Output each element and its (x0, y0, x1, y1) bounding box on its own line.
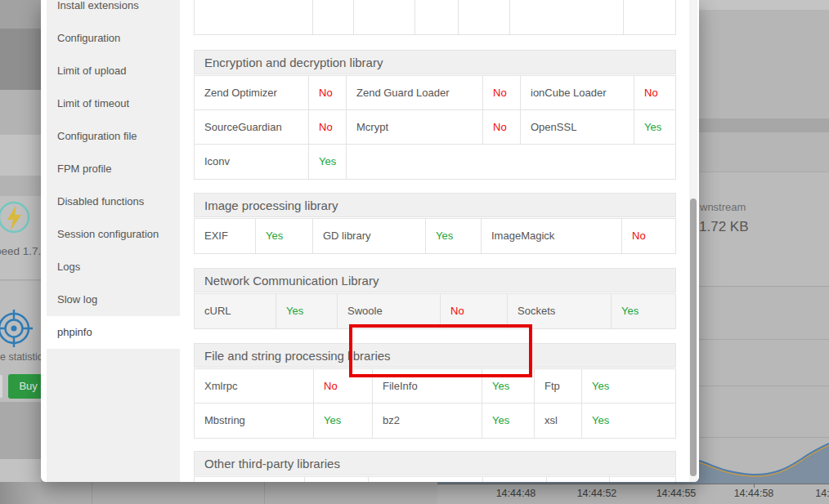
annotation-highlight-rect (349, 324, 532, 377)
lib-status-cell: Yes (426, 219, 482, 253)
lib-name-cell: EXIF (195, 219, 256, 253)
sidebar-item-install-extensions[interactable]: Install extensions (47, 0, 180, 22)
lib-name-cell: Ftp (535, 369, 582, 403)
lib-status-cell: No (483, 76, 521, 109)
lib-status-cell: No (610, 477, 675, 482)
sidebar-item-phpinfo[interactable]: phpinfo (47, 316, 180, 349)
modal-scrollbar-track[interactable] (689, 0, 697, 482)
lib-status-cell: Yes (309, 145, 347, 179)
modal-sidebar: Install extensionsConfigurationLimit of … (47, 0, 180, 482)
bg-left-block (0, 176, 41, 196)
lib-name-cell: Xmlrpc (195, 369, 314, 403)
bg-right-band (699, 118, 829, 132)
lib-name-cell: Zend Guard Loader (347, 76, 483, 109)
chart-x-tick-label: 14:44:58 (734, 488, 774, 499)
section-title: Encryption and decryption library (194, 50, 676, 74)
library-row: EXIFYesGD libraryYesImageMagickNo (195, 219, 675, 253)
lib-name-cell: yaf (547, 477, 610, 482)
php-settings-modal: Install extensionsConfigurationLimit of … (41, 0, 699, 482)
phpinfo-content: Encryption and decryption libraryZend Op… (194, 0, 676, 482)
statistics-text: e statistic (0, 351, 43, 363)
downstream-value: 1.72 KB (699, 219, 749, 235)
lib-name-cell: xDebug (195, 477, 305, 482)
lib-status-cell: Yes (256, 219, 313, 253)
sidebar-item-configuration-file[interactable]: Configuration file (47, 120, 180, 153)
lib-name-cell: xsl (535, 404, 582, 438)
lib-name-cell: phalcon (369, 477, 483, 482)
bg-left-block (0, 90, 41, 135)
lib-status-cell: Yes (276, 294, 338, 328)
sidebar-item-limit-of-timeout[interactable]: Limit of timeout (47, 87, 180, 120)
cutoff-table (194, 0, 676, 35)
lib-name-cell: ionCube Loader (521, 76, 634, 109)
lib-name-cell: Sockets (508, 294, 612, 328)
lib-status-cell: Yes (582, 369, 675, 403)
empty-cell (195, 0, 313, 34)
section-title: Other third-party libraries (194, 451, 676, 475)
library-table: xDebugNophalconNoyafNo (194, 476, 676, 482)
lib-name-cell: Swoole (338, 294, 441, 328)
lib-name-cell: bz2 (373, 404, 482, 438)
empty-cell (459, 0, 510, 34)
bg-left-block (0, 402, 41, 459)
empty-cell (354, 0, 415, 34)
chart-x-tick-label: 14:44:48 (496, 488, 536, 499)
lib-status-cell: Yes (582, 404, 675, 438)
lib-name-cell: Mcrypt (347, 110, 483, 144)
lib-status-cell: No (483, 110, 521, 144)
library-row: MbstringYesbz2YesxslYes (195, 404, 675, 438)
bg-left-block (0, 29, 41, 90)
empty-cell (415, 0, 459, 34)
library-table: EXIFYesGD libraryYesImageMagickNo (194, 218, 676, 254)
chart-x-axis (437, 484, 829, 484)
sidebar-item-session-configuration[interactable]: Session configuration (47, 218, 180, 251)
lib-name-cell: ImageMagick (482, 219, 622, 253)
bg-bottom-divider (264, 482, 265, 504)
lib-name-cell: OpenSSL (521, 110, 634, 144)
lib-name-cell: Iconv (195, 145, 309, 179)
library-row: Zend OptimizerNoZend Guard LoaderNoionCu… (195, 76, 675, 110)
library-sections: Encryption and decryption libraryZend Op… (194, 50, 676, 482)
sidebar-item-fpm-profile[interactable]: FPM profile (47, 153, 180, 185)
downstream-label: wnstream (700, 201, 746, 213)
bg-left-block (0, 135, 41, 176)
empty-cell (510, 0, 624, 34)
bg-left-block (0, 0, 41, 29)
lib-name-cell: Zend Optimizer (195, 76, 309, 109)
library-table: Zend OptimizerNoZend Guard LoaderNoionCu… (194, 75, 676, 180)
lib-status-cell: No (634, 76, 675, 109)
lib-status-cell: Yes (482, 404, 535, 438)
sidebar-item-configuration[interactable]: Configuration (47, 22, 180, 55)
lib-status-cell: No (309, 76, 347, 109)
section-title: Image processing library (194, 193, 676, 217)
lib-name-cell: cURL (195, 294, 276, 328)
sidebar-item-logs[interactable]: Logs (47, 251, 180, 283)
bg-bottom-strip (0, 482, 437, 504)
litespeed-bolt-icon (0, 200, 33, 236)
lib-status-cell: No (441, 294, 508, 328)
chart-x-tick-label: 14: (815, 488, 829, 499)
lib-name-cell: SourceGuardian (195, 110, 309, 144)
lib-status-cell: No (483, 477, 547, 482)
lib-status-cell: Yes (314, 404, 373, 438)
statistics-target-icon (0, 309, 35, 348)
library-row: IconvYes (195, 145, 675, 179)
sidebar-item-slow-log[interactable]: Slow log (47, 283, 180, 316)
secondary-button-edge[interactable] (0, 374, 3, 399)
sidebar-item-limit-of-upload[interactable]: Limit of upload (47, 55, 180, 87)
section-title: Network Communication Library (194, 268, 676, 292)
lib-name-cell: Mbstring (195, 404, 314, 438)
library-table: XmlrpcNoFileInfoYesFtpYesMbstringYesbz2Y… (194, 368, 676, 439)
lib-status-cell: No (305, 477, 369, 482)
lib-status-cell: Yes (634, 110, 675, 144)
sidebar-item-disabled-functions[interactable]: Disabled functions (47, 185, 180, 218)
bg-bottom-divider (92, 482, 92, 504)
empty-cell (347, 145, 675, 179)
lib-status-cell: No (622, 219, 675, 253)
cutoff-table-row (195, 0, 675, 34)
library-row: xDebugNophalconNoyafNo (195, 477, 675, 482)
library-row: cURLYesSwooleNoSocketsYes (195, 294, 675, 328)
chart-x-tick-label: 14:44:55 (656, 488, 697, 499)
library-row: SourceGuardianNoMcryptNoOpenSSLYes (195, 110, 675, 145)
modal-scrollbar-thumb[interactable] (690, 198, 697, 476)
